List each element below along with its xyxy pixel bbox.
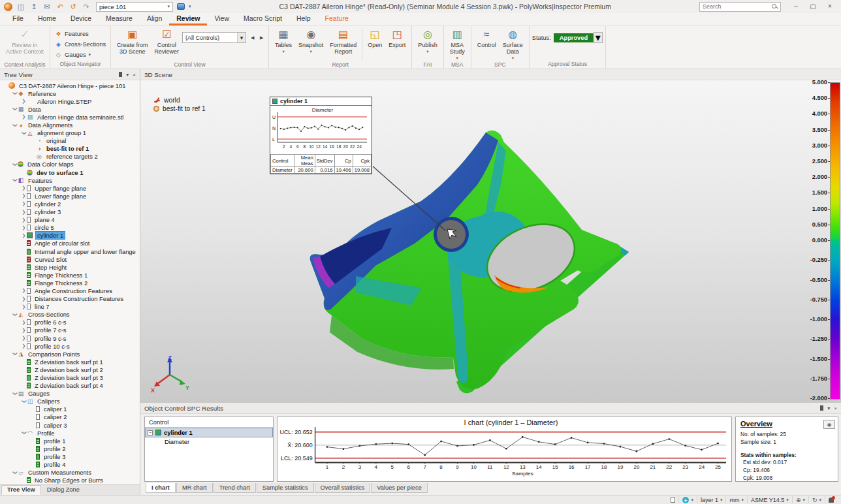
gauges-button[interactable]: ◇Gauges▾ [53,50,108,59]
chevron-down-icon[interactable]: ▾ [802,497,805,503]
tab-dialog-zone[interactable]: Dialog Zone [41,485,86,495]
clipboard-icon[interactable] [671,497,675,503]
close-icon[interactable]: × [834,405,837,411]
menu-tab-macro-script[interactable]: Macro Script [236,13,289,25]
expander-closed-icon[interactable]: ❯ [21,217,27,223]
expander-open-icon[interactable]: ❯ [12,161,18,167]
surface-button[interactable]: ◍Surface Data▾ [500,27,526,61]
pin-icon[interactable] [119,72,122,77]
dock-options-icon[interactable]: ▾ [827,405,830,411]
expander-closed-icon[interactable]: ❯ [21,233,27,238]
expander-closed-icon[interactable]: ❯ [21,99,27,104]
controls-filter-dropdown[interactable]: (All Controls)▾ [182,32,246,43]
expander-open-icon[interactable]: ❯ [22,430,27,436]
tree-item[interactable]: caliper 1 [0,405,140,413]
tree-item[interactable]: ❯▱Custom Measurements [0,469,140,477]
expander-open-icon[interactable]: ❯ [12,351,18,357]
tree-item[interactable]: ❯cylinder 3 [0,208,140,216]
spc-control-diameter[interactable]: Diameter [145,437,273,446]
cylinder1-callout[interactable]: cylinder 1 DiameterUNL246810121416182022… [270,97,372,174]
search-box[interactable] [699,2,781,12]
snapshot-button[interactable]: ◉Snapshot▾ [295,27,326,61]
tree-item[interactable]: ❯plane 4 [0,216,140,224]
tree-item[interactable]: ❯▦Data [0,105,140,113]
piece-selector[interactable]: piece 101 ▾ [96,2,173,12]
tree-item[interactable]: ❯◕Data Alignments [0,121,140,129]
redo-icon[interactable]: ↷ [82,2,91,11]
tree-item[interactable]: ❯Data Color Maps [0,161,140,168]
tab-i-chart[interactable]: I chart [146,483,176,493]
tree-item[interactable]: Step Height [0,263,140,271]
expander-open-icon[interactable]: ❯ [12,91,18,97]
tree-item[interactable]: profile 4 [0,461,140,469]
formatted-button[interactable]: ▤Formatted Report [326,27,360,61]
cross-sections-button[interactable]: ◈Cross-Sections [53,39,108,49]
tab-trend-chart[interactable]: Trend chart [214,483,256,493]
tab-overall-statistics[interactable]: Overall statistics [315,483,371,493]
close-icon[interactable]: × [133,72,136,78]
menu-tab-file[interactable]: File [5,13,31,25]
chevron-down-icon[interactable]: ▾ [720,497,723,503]
open-button[interactable]: ◱Open [364,27,385,61]
tree-item[interactable]: ◑best-fit to ref 1 [0,145,140,153]
tree-item[interactable]: Z deviation back surf pt 4 [0,382,140,390]
tree-item[interactable]: dev to surface 1 [0,168,140,176]
3d-scene-viewport[interactable]: worldbest-fit to ref 1 cylinder 1 Diamet… [140,80,841,403]
spc-control-cylinder1[interactable]: −cylinder 1 [145,428,273,437]
expander-closed-icon[interactable]: ❯ [21,304,27,309]
tree-item[interactable]: ❯Lower flange plane [0,192,140,200]
tab-tree-view[interactable]: Tree View [1,485,41,495]
pin-icon[interactable] [820,405,823,411]
tree-item[interactable]: ❯cylinder 2 [0,200,140,208]
share-icon[interactable]: ✉ [42,2,52,11]
expander-closed-icon[interactable]: ❯ [21,336,27,341]
import-icon[interactable]: ↥ [29,2,39,11]
expander-open-icon[interactable]: ❯ [12,390,18,396]
publish-button[interactable]: ◎Publish▾ [415,27,441,61]
tree-item[interactable]: profile 1 [0,437,140,445]
approval-status-dropdown[interactable]: Approved [554,33,594,42]
tab-sample-statistics[interactable]: Sample statistics [257,483,314,493]
tree-item[interactable]: Flange Thickness 1 [0,271,140,279]
tree-item[interactable]: ❯▤Gauges [0,390,140,398]
control-button[interactable]: ☑Control Reviewer [151,27,183,61]
control-button[interactable]: ≈Control [474,27,500,61]
tree-item[interactable]: profile 2 [0,445,140,452]
expander-open-icon[interactable]: ❯ [22,398,27,404]
maximize-button[interactable]: ▢ [804,1,821,12]
tree-item[interactable]: ❯◠Profile [0,429,140,437]
undo-icon[interactable]: ↶ [56,2,65,11]
tree-item[interactable]: Z deviation back surf pt 1 [0,358,140,366]
tree-item[interactable]: ❯◬alignment group 1 [0,129,140,137]
expander-open-icon[interactable]: ❯ [22,130,27,136]
expander-closed-icon[interactable]: ❯ [21,185,27,191]
expander-closed-icon[interactable]: ❯ [21,225,27,230]
tree-item[interactable]: C3 DAT-2887 Aileron Hinge - piece 101 [0,82,140,89]
tree-item[interactable]: ❯▨Aileron Hinge data seminaire.stl [0,113,140,121]
tree-item[interactable]: ❯profile 7 c-s [0,326,140,334]
menu-tab-device[interactable]: Device [63,13,99,25]
tree-item[interactable]: ❯◆Reference [0,89,140,97]
tree-item[interactable]: ❯◫Calipers [0,398,140,405]
previous-control-button[interactable]: ◀ [248,32,257,43]
search-input[interactable] [703,3,768,10]
layer-1-selector[interactable]: layer 1 [701,497,718,503]
tree-item[interactable]: ◔original [0,137,140,145]
expander-open-icon[interactable]: ❯ [12,106,18,112]
expander-open-icon[interactable]: ❯ [12,469,18,475]
tree-item[interactable]: Z deviation back surf pt 2 [0,366,140,373]
msa-button[interactable]: ▥MSA Study▾ [447,27,468,61]
tree-item[interactable]: ❯Distances Construction Features [0,295,140,303]
mm-selector[interactable]: mm [729,497,739,503]
device-icon[interactable]: ⊕ [796,497,801,503]
play-icon[interactable]: ▶ [682,497,689,503]
tree-item[interactable]: Flange Thickness 2 [0,279,140,287]
tree-item[interactable]: ❯Upper flange plane [0,184,140,192]
features-button[interactable]: ❖Features [53,29,108,39]
chevron-down-icon[interactable]: ▾ [786,497,789,503]
notifications-bell-icon[interactable] [829,497,834,503]
expander-closed-icon[interactable]: ❯ [21,288,27,293]
tree-item[interactable]: ❯Aileron Hinge.STEP [0,97,140,105]
menu-tab-measure[interactable]: Measure [99,13,140,25]
snapshot-button[interactable]: ◉ [823,420,835,429]
